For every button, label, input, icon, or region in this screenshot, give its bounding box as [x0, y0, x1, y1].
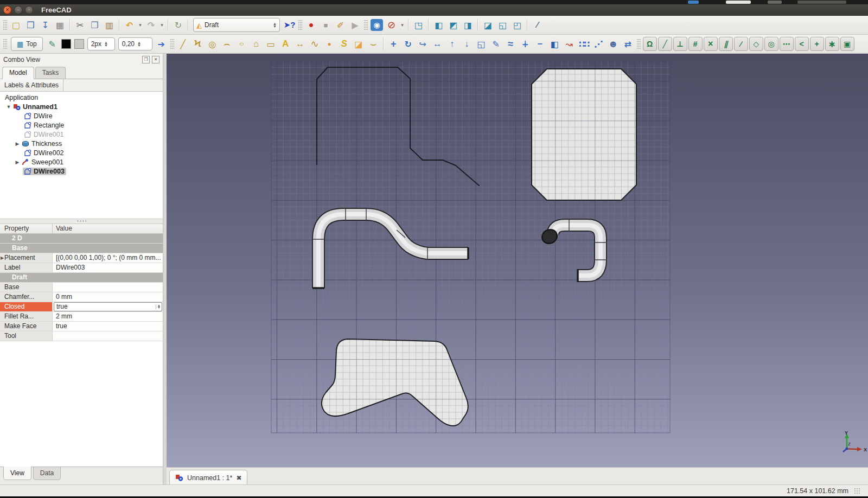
property-group-draft[interactable]: Draft	[0, 273, 163, 283]
rectangle-face[interactable]	[532, 69, 636, 200]
expander-open-icon[interactable]: ▼	[5, 104, 12, 110]
snap-perpendicular-icon[interactable]: ⊥	[673, 37, 687, 51]
snap-dimensions-icon[interactable]: ⋯	[780, 37, 794, 51]
face-color-swatch[interactable]	[74, 39, 84, 49]
draft-polygon-icon[interactable]: ⌂	[249, 37, 264, 51]
undo-menu-icon[interactable]: ▾	[137, 18, 144, 32]
working-plane-button[interactable]: ▦ Top	[11, 37, 43, 51]
snap-endpoint-icon[interactable]: ╱	[658, 37, 672, 51]
property-row-make-face[interactable]: Make Face true	[0, 322, 163, 331]
tab-view[interactable]: View	[3, 467, 31, 480]
draft-point-icon[interactable]: ●	[322, 37, 337, 51]
view-rear-icon[interactable]: ◪	[481, 18, 495, 32]
draft-downgrade-icon[interactable]: ↓	[459, 37, 474, 51]
draft-move-icon[interactable]: +	[386, 37, 401, 51]
closed-value-editor[interactable]: true ▲▼	[54, 302, 162, 311]
construction-mode-icon[interactable]: ✎	[45, 37, 60, 51]
draft-upgrade-icon[interactable]: ↑	[445, 37, 459, 51]
draft-rotate-icon[interactable]: ↻	[401, 37, 416, 51]
tree-item-rectangle[interactable]: Rectangle	[0, 120, 163, 130]
macro-stop-icon[interactable]: ■	[318, 18, 333, 32]
new-file-icon[interactable]: ▢	[9, 18, 23, 32]
draft-stretch-icon[interactable]: ↝	[562, 37, 577, 51]
snap-parallel-icon[interactable]: ∥	[719, 37, 733, 51]
draft-delete-point-icon[interactable]: −	[533, 37, 547, 51]
redo-menu-icon[interactable]: ▾	[158, 18, 165, 32]
window-maximize-button[interactable]: ▫	[25, 6, 33, 14]
expander-closed-icon[interactable]: ▶	[14, 159, 21, 165]
tab-tasks[interactable]: Tasks	[35, 67, 66, 79]
tree-item-dwire002[interactable]: DWire002	[0, 148, 163, 157]
draft-dimension-icon[interactable]: ↔	[293, 37, 308, 51]
line-width-spin[interactable]: ▲▼	[104, 41, 108, 47]
property-row-placement[interactable]: ▶Placement [(0,00 0,00 1,00); 0 °; (0 mm…	[0, 253, 163, 263]
snap-intersection-icon[interactable]: ×	[704, 37, 718, 51]
window-close-button[interactable]: ✕	[3, 6, 11, 14]
panel-close-icon[interactable]: ✕	[152, 56, 159, 63]
draw-style-icon[interactable]: ⊘	[384, 18, 399, 32]
measure-distance-icon[interactable]: ∕	[530, 18, 545, 32]
tab-model[interactable]: Model	[2, 67, 34, 79]
view-axonometric-icon[interactable]: ◳	[411, 18, 426, 32]
macro-record-icon[interactable]: ●	[304, 18, 318, 32]
macro-edit-icon[interactable]: ✐	[333, 18, 348, 32]
draft-wire-to-bspline-icon[interactable]: ≈	[503, 37, 518, 51]
snap-lock-icon[interactable]: Ω	[643, 37, 657, 51]
snap-extension-icon[interactable]: ∕	[734, 37, 748, 51]
open-file-icon[interactable]: ❒	[23, 18, 38, 32]
whats-this-icon[interactable]: ➤?	[282, 18, 297, 32]
macro-play-icon[interactable]: ▶	[348, 18, 362, 32]
expander-closed-icon[interactable]: ▶	[14, 141, 21, 146]
tree-item-thickness[interactable]: ▶ Thickness	[0, 139, 163, 148]
draft-scale-icon[interactable]: ◱	[474, 37, 489, 51]
property-row-chamfer[interactable]: Chamfer... 0 mm	[0, 292, 163, 302]
document-tab[interactable]: Unnamed1 : 1* ✖	[169, 470, 247, 485]
view-left-icon[interactable]: ◰	[510, 18, 525, 32]
tree-column-header[interactable]: Labels & Attributes	[0, 79, 163, 92]
draft-bspline-icon[interactable]: ∿	[308, 37, 322, 51]
draft-add-point-icon[interactable]: ∔	[518, 37, 533, 51]
line-color-swatch[interactable]	[61, 39, 71, 49]
apply-style-icon[interactable]: ➔	[154, 37, 169, 51]
draft-wire-icon[interactable]: Ϟ	[190, 37, 205, 51]
draft-bezier-icon[interactable]: ⌣	[366, 37, 381, 51]
tree-item-dwire[interactable]: DWire	[0, 111, 163, 120]
toolbar-drag-handle[interactable]	[3, 19, 7, 31]
snap-grid-icon[interactable]: #	[688, 37, 703, 51]
text-scale-spinbox[interactable]: 0,20 ▲▼	[118, 37, 152, 50]
draft-text-icon[interactable]: A	[278, 37, 293, 51]
snap-midpoint-icon[interactable]: ◇	[749, 37, 763, 51]
property-group-2d[interactable]: 2 D	[0, 234, 163, 244]
paste-icon[interactable]: ▥	[102, 18, 117, 32]
draft-rectangle-icon[interactable]: ▭	[264, 37, 278, 51]
tree-item-application[interactable]: Application	[0, 93, 163, 102]
snap-near-icon[interactable]: <	[795, 37, 809, 51]
draft-to-sketch-icon[interactable]: ⇄	[621, 37, 635, 51]
undo-icon[interactable]: ↶	[122, 18, 137, 32]
draw-style-menu-icon[interactable]: ▾	[399, 18, 406, 32]
draft-mirror-icon[interactable]: ◧	[547, 37, 562, 51]
tab-data[interactable]: Data	[33, 467, 61, 480]
tree-item-dwire001[interactable]: DWire001	[0, 130, 163, 139]
tree-item-unnamed1[interactable]: ▼ Unnamed1	[0, 102, 163, 111]
snap-special-icon[interactable]: ∗	[825, 37, 839, 51]
draft-circle-icon[interactable]: ◎	[205, 37, 220, 51]
tree-item-dwire003[interactable]: DWire003	[0, 167, 163, 176]
property-grid-header[interactable]: Property Value	[0, 224, 163, 234]
closed-editor-spin[interactable]: ▲▼	[156, 304, 162, 309]
panel-float-icon[interactable]: ❐	[142, 56, 150, 63]
toolbar-drag-handle[interactable]	[3, 38, 7, 50]
draft-line-icon[interactable]: ╱	[176, 37, 190, 51]
toolbar-drag-handle[interactable]	[364, 19, 368, 31]
draft-edit-icon[interactable]: ✎	[489, 37, 503, 51]
fit-all-icon[interactable]: ◉	[369, 18, 384, 32]
property-row-closed[interactable]: Closed true ▲▼	[0, 302, 163, 312]
view-front-icon[interactable]: ◧	[431, 18, 446, 32]
text-scale-spin[interactable]: ▲▼	[137, 41, 141, 47]
draft-array-icon[interactable]: ∷∷	[577, 37, 591, 51]
snap-working-plane-icon[interactable]: ▣	[840, 37, 854, 51]
resize-grip[interactable]	[854, 488, 860, 494]
property-row-fillet-radius[interactable]: Fillet Ra... 2 mm	[0, 312, 163, 322]
toolbar-drag-handle[interactable]	[298, 19, 302, 31]
tree-item-sweep001[interactable]: ▶ Sweep001	[0, 157, 163, 167]
